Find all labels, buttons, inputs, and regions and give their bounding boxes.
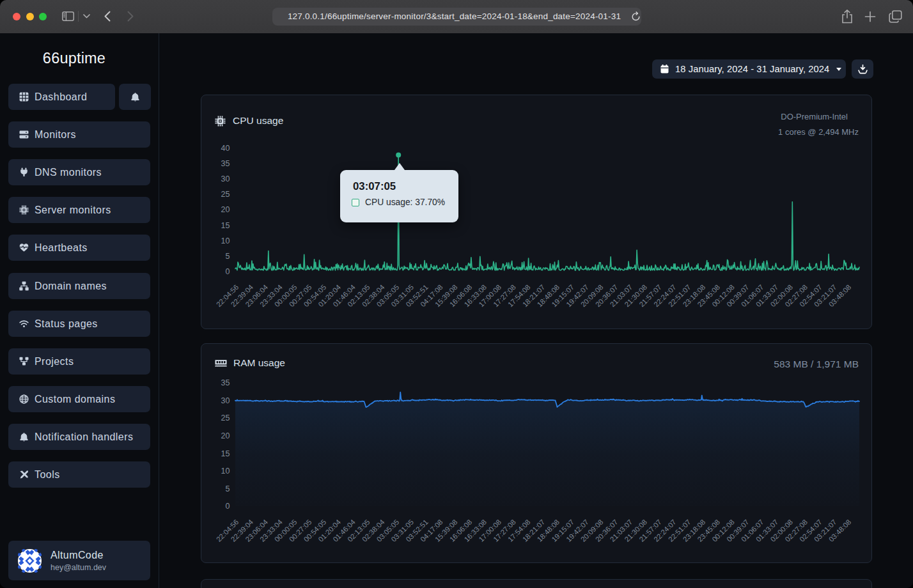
svg-text:30: 30 xyxy=(221,174,230,183)
svg-text:5: 5 xyxy=(226,252,230,261)
svg-text:20: 20 xyxy=(221,431,230,440)
svg-text:0: 0 xyxy=(226,502,230,511)
svg-text:20: 20 xyxy=(221,205,230,214)
svg-text:15: 15 xyxy=(221,449,230,458)
svg-text:10: 10 xyxy=(221,467,230,476)
svg-text:0: 0 xyxy=(226,267,230,276)
svg-text:5: 5 xyxy=(226,484,230,493)
svg-text:10: 10 xyxy=(221,236,230,245)
svg-text:25: 25 xyxy=(221,190,230,199)
svg-text:35: 35 xyxy=(221,159,230,168)
svg-text:25: 25 xyxy=(221,414,230,422)
svg-text:40: 40 xyxy=(221,144,230,153)
svg-text:15: 15 xyxy=(221,221,230,230)
svg-text:30: 30 xyxy=(221,396,230,405)
svg-text:35: 35 xyxy=(221,378,230,387)
